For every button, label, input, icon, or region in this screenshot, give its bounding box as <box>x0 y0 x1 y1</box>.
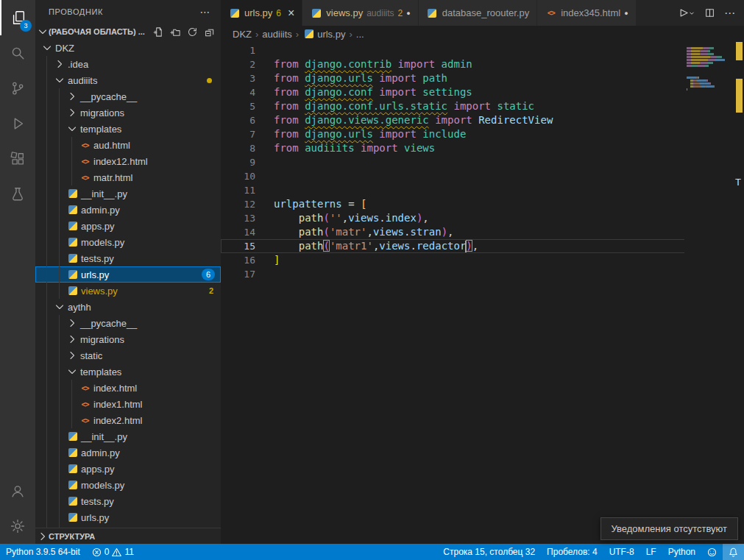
search-icon[interactable] <box>0 35 35 71</box>
more-actions-icon[interactable]: ⋯ <box>724 7 735 20</box>
line-number[interactable]: 14 <box>221 225 255 239</box>
tree-item-__pycache__[interactable]: __pycache__ <box>35 88 221 104</box>
notifications-icon[interactable] <box>723 544 744 560</box>
new-folder-icon[interactable] <box>169 25 183 39</box>
line-number[interactable]: 16 <box>221 253 255 267</box>
tree-item-migrations[interactable]: migrations <box>35 331 221 347</box>
tree-item-DKZ[interactable]: DKZ <box>35 40 221 56</box>
tab-database_roouter.py[interactable]: database_roouter.py <box>419 0 538 26</box>
code-line[interactable]: 10 <box>221 169 744 183</box>
breadcrumb-...[interactable]: ... <box>356 29 364 40</box>
code-line[interactable]: 16] <box>221 253 744 267</box>
tab-index345.html[interactable]: <>index345.html● <box>537 0 636 26</box>
tree-item-static[interactable]: static <box>35 347 221 364</box>
tree-item-__pycache__[interactable]: __pycache__ <box>35 315 221 331</box>
indentation[interactable]: Пробелов: 4 <box>541 544 603 560</box>
tree-item-views.py[interactable]: views.py2 <box>35 283 221 299</box>
new-file-icon[interactable] <box>152 25 166 39</box>
code-line[interactable]: 3from django.urls import path <box>221 71 744 85</box>
language-mode[interactable]: Python <box>662 544 701 560</box>
tree-item-__init__.py[interactable]: __init__.py <box>35 428 221 444</box>
code-line[interactable]: 14 path('matr',views.stran), <box>221 225 744 239</box>
feedback-icon[interactable] <box>701 544 723 560</box>
tree-item-index.html[interactable]: <>index.html <box>35 380 221 396</box>
tree-item-matr.html[interactable]: <>matr.html <box>35 169 221 185</box>
settings-icon[interactable] <box>0 508 35 544</box>
tree-item-index2.html[interactable]: <>index2.html <box>35 412 221 428</box>
tree-item-views.py[interactable]: views.py <box>35 525 221 528</box>
line-number[interactable]: 7 <box>221 127 255 141</box>
eol[interactable]: LF <box>640 544 662 560</box>
minimap[interactable] <box>684 42 734 544</box>
breadcrumb-DKZ[interactable]: DKZ <box>233 29 252 40</box>
line-number[interactable]: 1 <box>221 43 255 57</box>
run-icon[interactable] <box>677 7 695 18</box>
line-number[interactable]: 15 <box>221 239 255 253</box>
code-area[interactable]: 12from django.contrib import admin3from … <box>221 42 744 281</box>
code-line[interactable]: 5from django.conf.urls.static import sta… <box>221 99 744 113</box>
encoding[interactable]: UTF-8 <box>603 544 640 560</box>
tree-item-aud.html[interactable]: <>aud.html <box>35 137 221 153</box>
tree-item-audiiits[interactable]: audiiits <box>35 72 221 88</box>
tree-item-aythh[interactable]: aythh <box>35 299 221 315</box>
tree-item-urls.py[interactable]: urls.py <box>35 509 221 525</box>
overview-ruler[interactable]: T <box>734 42 744 544</box>
tree-item-models.py[interactable]: models.py <box>35 477 221 493</box>
code-line[interactable]: 8from audiiits import views <box>221 141 744 155</box>
outline-section-header[interactable]: СТРУКТУРА <box>35 528 221 544</box>
refresh-icon[interactable] <box>185 25 199 39</box>
code-line[interactable]: 9 <box>221 155 744 169</box>
tree-item-tests.py[interactable]: tests.py <box>35 493 221 509</box>
code-line[interactable]: 6from django.views.generic import Redire… <box>221 113 744 127</box>
more-actions-icon[interactable]: ⋯ <box>199 6 210 18</box>
code-line[interactable]: 15 path('matr1',views.redactor), <box>221 239 744 253</box>
code-line[interactable]: 2from django.contrib import admin <box>221 57 744 71</box>
split-editor-icon[interactable] <box>704 7 715 18</box>
tree-item-templates[interactable]: templates <box>35 364 221 380</box>
problems[interactable]: 011 <box>86 544 140 560</box>
editor[interactable]: 12from django.contrib import admin3from … <box>221 42 744 544</box>
tree-item-index12.html[interactable]: <>index12.html <box>35 153 221 169</box>
tree-item-templates[interactable]: templates <box>35 121 221 137</box>
code-line[interactable]: 17 <box>221 267 744 281</box>
tree-item-__init__.py[interactable]: __init__.py <box>35 185 221 202</box>
tree-item-apps.py[interactable]: apps.py <box>35 218 221 234</box>
line-number[interactable]: 2 <box>221 57 255 71</box>
code-line[interactable]: 1 <box>221 43 744 57</box>
line-number[interactable]: 9 <box>221 155 255 169</box>
code-line[interactable]: 4from django.conf import settings <box>221 85 744 99</box>
line-number[interactable]: 5 <box>221 99 255 113</box>
explorer-icon[interactable]: 3 <box>0 0 35 35</box>
tree-item-urls.py[interactable]: urls.py6 <box>35 266 221 283</box>
cursor-position[interactable]: Строка 15, столбец 32 <box>437 544 541 560</box>
tree-item-admin.py[interactable]: admin.py <box>35 444 221 461</box>
line-number[interactable]: 17 <box>221 267 255 281</box>
code-line[interactable]: 7from django.urls import include <box>221 127 744 141</box>
tree-item-admin.py[interactable]: admin.py <box>35 202 221 218</box>
extensions-icon[interactable] <box>0 141 35 177</box>
tree-item-.idea[interactable]: .idea <box>35 56 221 72</box>
breadcrumb-urls.py[interactable]: urls.py <box>302 28 345 40</box>
run-debug-icon[interactable] <box>0 106 35 141</box>
line-number[interactable]: 3 <box>221 71 255 85</box>
code-line[interactable]: 12urlpatterns = [ <box>221 197 744 211</box>
collapse-all-icon[interactable] <box>202 25 216 39</box>
line-number[interactable]: 13 <box>221 211 255 225</box>
breadcrumb-audiiits[interactable]: audiiits <box>262 29 291 40</box>
line-number[interactable]: 11 <box>221 183 255 197</box>
tree-item-tests.py[interactable]: tests.py <box>35 250 221 266</box>
line-number[interactable]: 10 <box>221 169 255 183</box>
line-number[interactable]: 6 <box>221 113 255 127</box>
code-line[interactable]: 13 path('',views.index), <box>221 211 744 225</box>
account-icon[interactable] <box>0 473 35 508</box>
source-control-icon[interactable] <box>0 71 35 106</box>
tab-urls.py[interactable]: urls.py6× <box>221 0 302 26</box>
line-number[interactable]: 4 <box>221 85 255 99</box>
code-line[interactable]: 11 <box>221 183 744 197</box>
tree-item-models.py[interactable]: models.py <box>35 234 221 250</box>
workspace-section-header[interactable]: (РАБОЧАЯ ОБЛАСТЬ) ... <box>35 24 221 40</box>
line-number[interactable]: 12 <box>221 197 255 211</box>
tab-views.py[interactable]: views.pyaudiiits2● <box>302 0 418 26</box>
tree-item-index1.html[interactable]: <>index1.html <box>35 396 221 412</box>
line-number[interactable]: 8 <box>221 141 255 155</box>
